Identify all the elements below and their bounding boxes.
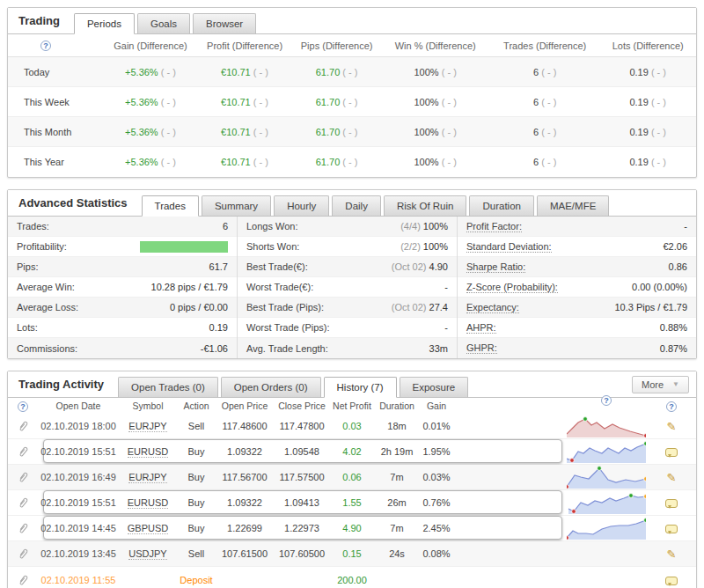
open-date-cell: 02.10.2019 13:45: [38, 548, 119, 559]
sparkline-marker-dot: [644, 495, 646, 499]
symbol-link[interactable]: EURUSD: [128, 497, 168, 509]
paperclip-icon[interactable]: [17, 574, 29, 586]
stat-label[interactable]: Expectancy:: [466, 302, 519, 313]
action-cell: Sell: [177, 548, 216, 559]
trade-sparkline-chart: [567, 440, 646, 463]
more-button[interactable]: More ▼: [632, 376, 689, 393]
tab-mae-mfe[interactable]: MAE/MFE: [537, 195, 609, 217]
tab-trades[interactable]: Trades: [142, 195, 199, 217]
stat-value: -: [444, 282, 448, 292]
pencil-icon[interactable]: ✎: [667, 548, 677, 561]
pencil-icon[interactable]: ✎: [667, 471, 677, 484]
comment-bubble-icon[interactable]: [665, 448, 678, 457]
stat-value-main: 10.3 Pips / €1.79: [614, 302, 687, 312]
difference-placeholder: ( - ): [251, 67, 268, 77]
stat-label[interactable]: Standard Deviation:: [466, 241, 552, 253]
tab-summary[interactable]: Summary: [202, 195, 271, 217]
tab-exposure[interactable]: Exposure: [400, 377, 469, 398]
stat-row-worst-trade: Worst Trade(€):-: [238, 277, 457, 298]
symbol-cell: EURUSD: [119, 497, 177, 508]
statistics-grid: Trades:6Profitability:Pips:61.7Average W…: [8, 217, 696, 358]
symbol-link[interactable]: GBPUSD: [128, 523, 168, 534]
stat-value: (Oct 02) 4.90: [392, 261, 448, 272]
comment-bubble-icon[interactable]: [665, 525, 678, 533]
stat-row-trades: Trades:6: [8, 217, 237, 237]
tab-daily[interactable]: Daily: [332, 195, 381, 217]
tab-history-7[interactable]: History (7): [324, 377, 397, 398]
tab-goals[interactable]: Goals: [137, 13, 190, 34]
tab-risk-of-ruin[interactable]: Risk Of Ruin: [384, 195, 467, 217]
symbol-link[interactable]: USDJPY: [128, 548, 166, 560]
stat-label[interactable]: GHPR:: [466, 342, 497, 354]
tab-hourly[interactable]: Hourly: [274, 195, 329, 217]
stat-row-average-win: Average Win:10.28 pips / €1.79: [8, 277, 237, 298]
gain-cell: 0.03%: [420, 472, 453, 482]
stat-value: 0 pips / €0.00: [170, 302, 228, 312]
help-icon[interactable]: ?: [666, 401, 677, 412]
symbol-link[interactable]: EURJPY: [128, 472, 166, 483]
open-date-cell: 02.10.2019 18:00: [38, 421, 119, 431]
stat-label: Shorts Won:: [246, 241, 299, 252]
help-icon[interactable]: ?: [18, 401, 28, 412]
period-value-pips: 61.70 ( - ): [293, 67, 381, 77]
comment-bubble-icon[interactable]: [665, 577, 678, 585]
attach-cell: [8, 471, 38, 483]
help-icon[interactable]: ?: [40, 40, 51, 51]
symbol-link[interactable]: EURUSD: [128, 446, 168, 458]
stat-label[interactable]: Z-Score (Probability):: [466, 282, 558, 293]
paperclip-icon[interactable]: [17, 548, 29, 560]
open-price-cell: 1.09322: [216, 446, 274, 457]
tab-open-orders-0[interactable]: Open Orders (0): [221, 377, 321, 398]
period-label: This Week: [8, 97, 105, 107]
symbol-link[interactable]: EURJPY: [128, 421, 166, 432]
paperclip-icon[interactable]: [17, 471, 29, 483]
tab-duration[interactable]: Duration: [469, 195, 533, 217]
activity-panel-title: Trading Activity: [18, 378, 104, 392]
comment-bubble-icon[interactable]: [665, 499, 678, 508]
stat-value-prefix: (4/4): [400, 221, 423, 232]
trade-row: 02.10.2019 13:45USDJPYSell107.61500107.6…: [8, 541, 696, 567]
stat-row-sharpe-ratio: Sharpe Ratio:0.86: [458, 257, 696, 277]
difference-placeholder: ( - ): [340, 157, 357, 167]
trading-activity-panel: Trading Activity Open Trades (0)Open Ord…: [7, 371, 697, 588]
attach-header-cell: ?: [8, 401, 38, 412]
value-profit: €10.71: [221, 97, 251, 107]
tab-browser[interactable]: Browser: [193, 13, 256, 34]
close-price-cell: 107.60500: [274, 548, 330, 559]
attach-cell: [8, 420, 38, 432]
stat-value: 0.87%: [660, 343, 687, 354]
period-value-lots: 0.19 ( - ): [599, 157, 696, 167]
stat-value-main: -€1.06: [201, 343, 228, 354]
sparkline-marker-dot: [629, 494, 634, 498]
stat-label: Average Win:: [17, 282, 75, 292]
column-header-duration: Duration: [374, 401, 420, 411]
paperclip-icon[interactable]: [17, 420, 29, 432]
tab-open-trades-0[interactable]: Open Trades (0): [118, 377, 218, 398]
value-gain: +5.36%: [125, 127, 158, 137]
sparkline-marker-dot: [598, 467, 602, 471]
duration-cell: 26m: [374, 497, 420, 508]
gain-cell: 2.45%: [420, 523, 453, 533]
value-win: 100%: [414, 67, 439, 77]
stat-label[interactable]: Sharpe Ratio:: [466, 261, 525, 273]
difference-placeholder: ( - ): [439, 127, 457, 137]
open-price-cell: 117.56700: [216, 472, 274, 482]
difference-placeholder: ( - ): [158, 157, 176, 167]
column-header-profit-difference: Profit (Difference): [196, 40, 293, 51]
open-price-cell: 117.48600: [216, 421, 274, 431]
stat-label: Worst Trade(€):: [246, 282, 313, 292]
stat-value: 0.19: [209, 322, 228, 333]
stats-column-2: Longs Won:(4/4) 100%Shorts Won:(2/2) 100…: [237, 217, 457, 358]
help-icon[interactable]: ?: [601, 395, 612, 406]
stat-label[interactable]: Profit Factor:: [466, 221, 522, 232]
period-value-profit: €10.71 ( - ): [196, 127, 293, 137]
symbol-cell: USDJPY: [119, 548, 177, 559]
profitability-bar: [140, 241, 228, 253]
paperclip-icon[interactable]: [17, 445, 29, 458]
pencil-icon[interactable]: ✎: [667, 420, 677, 433]
paperclip-icon[interactable]: [17, 496, 29, 509]
stat-label[interactable]: AHPR:: [466, 322, 496, 334]
tab-periods[interactable]: Periods: [74, 13, 135, 34]
stat-value-main: €2.06: [663, 241, 687, 252]
paperclip-icon[interactable]: [17, 522, 29, 534]
